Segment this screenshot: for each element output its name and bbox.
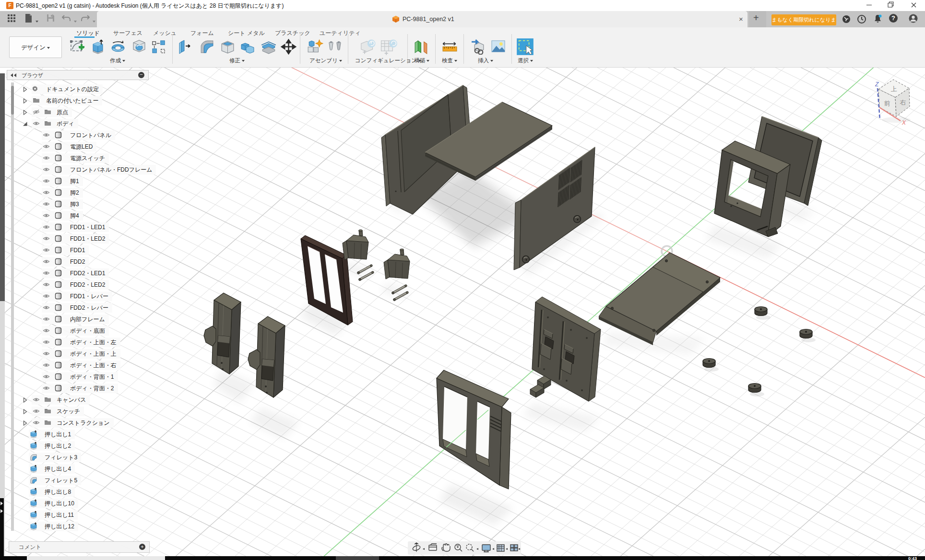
svg-text:前: 前 bbox=[884, 100, 890, 107]
svg-text:Z: Z bbox=[875, 81, 879, 88]
svg-text:上: 上 bbox=[890, 85, 897, 93]
svg-text:X: X bbox=[901, 119, 906, 126]
svg-text:右: 右 bbox=[900, 99, 906, 106]
